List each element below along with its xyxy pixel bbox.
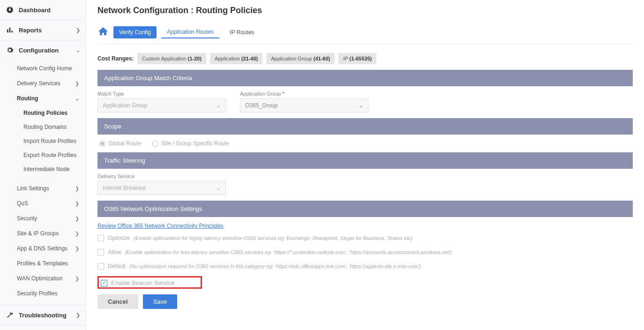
- app-group-label: Application Group *: [240, 91, 368, 97]
- radio-site-label: Site / Group Specific Route: [161, 140, 229, 147]
- sidebar-item-wan-opt[interactable]: WAN Optimization❯: [0, 271, 86, 286]
- gear-icon: [6, 46, 14, 54]
- sidebar-item-site-ip[interactable]: Site & IP Groups❯: [0, 226, 86, 241]
- chip-custom-app: Custom Application (1-20): [137, 53, 206, 64]
- checkbox-default-label: Default: [108, 263, 126, 270]
- cancel-button[interactable]: Cancel: [97, 294, 138, 309]
- chevron-right-icon: ❯: [75, 201, 79, 207]
- radio-input-icon: [99, 141, 105, 147]
- o365-review-link[interactable]: Review Office 365 Network Connectivity P…: [97, 223, 224, 229]
- nav-reports-label: Reports: [19, 27, 42, 34]
- sidebar-item-security[interactable]: Security❯: [0, 211, 86, 226]
- cost-ranges-row: Cost Ranges: Custom Application (1-20) A…: [97, 53, 633, 64]
- chevron-right-icon: ❯: [75, 186, 79, 192]
- sidebar-item-link-settings[interactable]: Link Settings❯: [0, 181, 86, 196]
- radio-global-route[interactable]: Global Route: [99, 140, 141, 147]
- cost-ranges-label: Cost Ranges:: [97, 55, 134, 62]
- sidebar-item-delivery-services[interactable]: Delivery Services❯: [0, 76, 86, 91]
- svg-rect-2: [9, 7, 10, 9]
- radio-input-icon: [152, 141, 158, 147]
- chip-ip: IP (1-65535): [338, 53, 376, 64]
- tab-verify-config[interactable]: Verify Config: [113, 26, 157, 38]
- section-scope: Scope: [97, 118, 633, 135]
- highlight-beacon-box: Enable Beacon Service: [97, 276, 202, 289]
- tab-ip-routes[interactable]: IP Routes: [224, 26, 260, 38]
- checkbox-allow-hint: (Enable optimization for less latency se…: [125, 249, 452, 255]
- svg-rect-5: [11, 30, 13, 32]
- home-icon[interactable]: [97, 26, 109, 38]
- nav-troubleshooting[interactable]: Troubleshooting ❯: [0, 305, 86, 325]
- section-traffic-steering: Traffic Steering: [97, 152, 633, 169]
- tab-application-routes[interactable]: Application Routes: [161, 26, 219, 38]
- nav-dashboard-label: Dashboard: [19, 7, 51, 14]
- page-title: Network Configuration : Routing Policies: [97, 6, 633, 15]
- wrench-icon: [6, 311, 14, 319]
- sidebar-item-qos[interactable]: QoS❯: [0, 196, 86, 211]
- checkbox-beacon[interactable]: [101, 280, 107, 286]
- checkbox-optimize[interactable]: [97, 235, 104, 241]
- svg-rect-3: [7, 30, 8, 33]
- match-type-label: Match Type: [97, 91, 226, 97]
- reports-icon: [6, 26, 14, 34]
- sidebar-item-security-profiles[interactable]: Security Profiles: [0, 286, 86, 301]
- sidebar: Dashboard Reports ❯ Configuration ⌄ Netw…: [0, 0, 86, 330]
- match-type-select[interactable]: Application Group ⌄: [97, 98, 226, 112]
- delivery-service-value: Internet Breakout: [103, 185, 146, 191]
- dashboard-icon: [6, 6, 14, 14]
- nav-configuration-label: Configuration: [19, 47, 59, 54]
- sidebar-item-routing-domains[interactable]: Routing Domains: [0, 120, 86, 134]
- svg-rect-4: [9, 28, 11, 33]
- section-match-criteria: Application Group Match Criteria: [97, 70, 633, 86]
- checkbox-beacon-label: Enable Beacon Service: [111, 279, 174, 286]
- chevron-right-icon: ❯: [75, 216, 79, 222]
- checkbox-allow[interactable]: [97, 249, 104, 255]
- checkbox-optimize-hint: (Enable optimization for highly latency …: [134, 235, 412, 241]
- match-type-value: Application Group: [103, 102, 147, 109]
- radio-global-label: Global Route: [108, 140, 141, 147]
- config-submenu: Network Config Home Delivery Services❯ R…: [0, 60, 86, 305]
- nav-reports[interactable]: Reports ❯: [0, 20, 86, 40]
- app-group-select[interactable]: O365_Group ⌄: [240, 98, 368, 112]
- main-content: Network Configuration : Routing Policies…: [86, 0, 644, 330]
- chip-app-group: Application Group (41-60): [266, 53, 335, 64]
- chevron-right-icon: ❯: [75, 276, 79, 282]
- chevron-down-icon: ⌄: [76, 47, 80, 53]
- sidebar-item-app-dns[interactable]: App & DNS Settings❯: [0, 241, 86, 256]
- sidebar-item-routing-policies[interactable]: Routing Policies: [0, 106, 86, 120]
- chevron-right-icon: ❯: [75, 231, 79, 237]
- sidebar-item-intermediate-node[interactable]: Intermediate Node: [0, 162, 86, 176]
- chevron-down-icon: ⌄: [75, 96, 79, 102]
- delivery-service-label: Delivery Service: [97, 173, 226, 179]
- svg-point-1: [9, 9, 11, 11]
- chevron-right-icon: ❯: [76, 312, 80, 318]
- save-button[interactable]: Save: [143, 294, 178, 309]
- app-group-value: O365_Group: [245, 102, 277, 109]
- sidebar-item-export-route[interactable]: Export Route Profiles: [0, 148, 86, 162]
- checkbox-default-hint: (No optimization required for O365 servi…: [129, 263, 421, 269]
- chevron-down-icon: ⌄: [216, 102, 221, 109]
- chip-application: Application (21-40): [210, 53, 262, 64]
- chevron-right-icon: ❯: [75, 246, 79, 252]
- nav-configuration[interactable]: Configuration ⌄: [0, 40, 86, 60]
- sidebar-item-network-home[interactable]: Network Config Home: [0, 61, 86, 76]
- sidebar-item-import-route[interactable]: Import Route Profiles: [0, 134, 86, 148]
- sidebar-item-profiles[interactable]: Profiles & Templates: [0, 256, 86, 271]
- chevron-right-icon: ❯: [75, 81, 79, 87]
- section-o365: O365 Network Optimization Settings: [97, 201, 633, 217]
- checkbox-allow-label: Allow: [108, 249, 121, 255]
- nav-dashboard[interactable]: Dashboard: [0, 0, 86, 20]
- nav-troubleshooting-label: Troubleshooting: [19, 312, 67, 319]
- tab-bar: Verify Config Application Routes IP Rout…: [97, 26, 633, 45]
- chevron-right-icon: ❯: [76, 27, 80, 33]
- checkbox-optimize-label: Optimize: [108, 235, 130, 241]
- sidebar-item-routing[interactable]: Routing⌄: [0, 91, 86, 106]
- delivery-service-select[interactable]: Internet Breakout ⌄: [97, 181, 226, 195]
- nav-administration[interactable]: Administration ❯: [0, 325, 86, 330]
- checkbox-default[interactable]: [97, 263, 104, 270]
- chevron-down-icon: ⌄: [359, 102, 363, 109]
- chevron-down-icon: ⌄: [216, 185, 221, 191]
- radio-site-route[interactable]: Site / Group Specific Route: [152, 140, 229, 147]
